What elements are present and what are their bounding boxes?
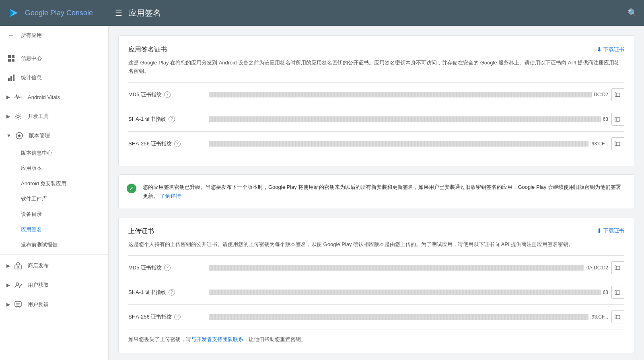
download-cert-link-1[interactable]: ⬇ 下载证书 — [597, 46, 624, 53]
arrow-down-icon: ▼ — [6, 133, 11, 139]
download-cert-link-2[interactable]: ⬇ 下载证书 — [597, 227, 624, 235]
sidebar-item-label: 开发工具 — [28, 113, 49, 120]
upload-key-notice: 如果您丢失了上传密钥，请与开发者支持团队联系，让他们帮助您重置密钥。 — [128, 336, 624, 343]
sidebar-sub-device-catalog[interactable]: 设备目录 — [0, 207, 108, 222]
arrow-icon: ▶ — [6, 302, 10, 307]
search-icon[interactable]: 🔍 — [628, 8, 638, 18]
sidebar-sub-app-signing[interactable]: 应用签名 — [0, 222, 108, 237]
cert-row-sha1-1: SHA-1 证书指纹 ? 63 — [128, 107, 624, 132]
svg-rect-22 — [616, 266, 620, 270]
sidebar-item-label: 用户获取 — [28, 281, 49, 289]
page-title: 应用签名 — [129, 8, 628, 19]
sidebar-item-info-center[interactable]: 信息中心 — [0, 49, 108, 68]
copy-button-sha1-2[interactable] — [611, 286, 624, 299]
sidebar-sub-label: 发布前测试报告 — [21, 241, 58, 248]
svg-rect-8 — [10, 76, 12, 81]
cert-value-md5-1: DC:D2 — [209, 92, 611, 97]
store-icon — [13, 261, 23, 271]
cert-label-md5-2: MD5 证书指纹 ? — [128, 264, 209, 271]
alert-text-content: 您的应用签名密钥已升级。当您要发布下一个版本时，Google Play 将使用新… — [143, 183, 626, 201]
svg-rect-3 — [8, 55, 11, 58]
menu-icon[interactable]: ☰ — [115, 8, 122, 18]
sidebar-item-store-publish[interactable]: ▶ 商店发布 — [0, 256, 108, 275]
sidebar-sub-android-instant[interactable]: Android 免安装应用 — [0, 176, 108, 191]
copy-button-sha1-1[interactable] — [611, 113, 624, 126]
sidebar-item-user-acquire[interactable]: ▶ 用户获取 — [0, 275, 108, 295]
cert-blur-sha256-2 — [209, 314, 588, 320]
cert-card-title: 应用签名证书 — [128, 46, 167, 54]
dev-tools-icon — [13, 112, 23, 121]
help-icon-md5-2[interactable]: ? — [164, 265, 171, 271]
help-icon-sha1-2[interactable]: ? — [169, 289, 175, 296]
sidebar-item-statistics[interactable]: 统计信息 — [0, 68, 108, 87]
arrow-icon: ▶ — [6, 114, 10, 119]
copy-button-md5-2[interactable] — [611, 261, 624, 274]
cert-value-md5-2: :0A:DC:D2 — [209, 265, 611, 271]
upload-cert-card: 上传证书 ⬇ 下载证书 这是您个人持有的上传密钥的公开证书。请使用您的上传密钥为… — [118, 217, 634, 353]
sidebar-sub-software-lib[interactable]: 软件工件库 — [0, 191, 108, 207]
cert-suffix-sha1-2: 63 — [603, 290, 608, 295]
app-signing-cert-card: 应用签名证书 ⬇ 下载证书 这是 Google Play 在将您的应用分发到 A… — [118, 35, 634, 166]
cert-suffix-md5-1: DC:D2 — [594, 92, 608, 97]
cert-suffix-sha256-1: :93:CF... — [590, 141, 608, 147]
sidebar-back-label: 所有应用 — [21, 32, 42, 39]
upload-cert-description: 这是您个人持有的上传密钥的公开证书。请使用您的上传密钥为每个版本签名，以便 Go… — [128, 240, 624, 249]
copy-button-sha256-2[interactable] — [611, 310, 624, 323]
svg-point-10 — [17, 115, 19, 118]
cert-label-sha1-1: SHA-1 证书指纹 ? — [128, 116, 209, 123]
cert-label-sha1-2: SHA-1 证书指纹 ? — [128, 289, 209, 296]
help-icon-sha1-1[interactable]: ? — [169, 116, 175, 122]
sidebar-sub-app-version[interactable]: 应用版本 — [0, 161, 108, 176]
arrow-icon: ▶ — [6, 263, 10, 269]
sidebar-sub-label: 软件工件库 — [21, 195, 47, 203]
play-console-logo-icon — [6, 6, 21, 20]
back-icon: ← — [6, 31, 16, 40]
sidebar-sub-pre-release[interactable]: 发布前测试报告 — [0, 237, 108, 252]
sidebar-sub-label: 应用版本 — [21, 165, 42, 172]
sidebar-sub-version-info[interactable]: 版本信息中心 — [0, 145, 108, 161]
cert-blur-sha1-2 — [209, 290, 601, 295]
help-icon-sha256-2[interactable]: ? — [174, 314, 181, 320]
sidebar-sub-label: 设备目录 — [21, 211, 42, 218]
cert-card-description: 这是 Google Play 在将您的应用分发到 Android 设备之前为该应… — [128, 59, 624, 76]
help-icon-md5-1[interactable]: ? — [164, 91, 171, 98]
download-icon-1: ⬇ — [597, 46, 602, 53]
svg-rect-16 — [15, 302, 21, 306]
svg-rect-24 — [616, 315, 620, 319]
cert-row-md5-2: MD5 证书指纹 ? :0A:DC:D2 — [128, 256, 624, 280]
sidebar-item-label: 商店发布 — [28, 262, 49, 269]
cert-suffix-md5-2: :0A:DC:D2 — [585, 265, 608, 271]
help-icon-sha256-1[interactable]: ? — [174, 141, 181, 147]
support-team-link[interactable]: 与开发者支持团队联系 — [191, 336, 243, 342]
sidebar-divider-top — [0, 47, 108, 47]
sidebar-back-button[interactable]: ← 所有应用 — [0, 26, 108, 45]
statistics-icon — [6, 73, 16, 83]
cert-row-sha1-2: SHA-1 证书指纹 ? 63 — [128, 280, 624, 305]
arrow-icon: ▶ — [6, 94, 10, 100]
cert-value-sha256-2: :93:CF... — [209, 314, 611, 320]
alert-learn-more-link[interactable]: 了解详情 — [160, 193, 181, 199]
notice-text-suffix: ，让他们帮助您重置密钥。 — [243, 336, 306, 342]
sidebar-item-label: 信息中心 — [21, 55, 42, 62]
cert-blur-md5-2 — [209, 265, 584, 271]
svg-rect-7 — [8, 78, 10, 81]
cert-value-sha256-1: :93:CF... — [209, 141, 611, 147]
upload-cert-card-title: 上传证书 — [128, 227, 154, 236]
copy-button-md5-1[interactable] — [611, 88, 624, 101]
main-layout: ← 所有应用 信息中心 统计信息 ▶ Android Vitals — [0, 26, 644, 360]
sidebar-item-android-vitals[interactable]: ▶ Android Vitals — [0, 87, 108, 107]
alert-text-body: 您的应用签名密钥已升级。当您要发布下一个版本时，Google Play 将使用新… — [143, 184, 621, 199]
sidebar-item-version-mgmt[interactable]: ▼ 版本管理 — [0, 126, 108, 145]
svg-rect-19 — [616, 93, 620, 97]
svg-point-14 — [17, 266, 19, 268]
upload-cert-card-header: 上传证书 ⬇ 下载证书 — [128, 227, 624, 236]
version-mgmt-icon — [14, 131, 24, 141]
cert-blur-md5-1 — [209, 92, 592, 97]
sidebar-item-dev-tools[interactable]: ▶ 开发工具 — [0, 107, 108, 126]
copy-button-sha256-1[interactable] — [611, 137, 624, 150]
sidebar-item-user-feedback[interactable]: ▶ 用户反馈 — [0, 295, 108, 314]
svg-rect-20 — [616, 118, 620, 121]
svg-rect-23 — [616, 291, 620, 294]
arrow-icon: ▶ — [6, 282, 10, 288]
notice-text-prefix: 如果您丢失了上传密钥，请 — [128, 336, 191, 342]
